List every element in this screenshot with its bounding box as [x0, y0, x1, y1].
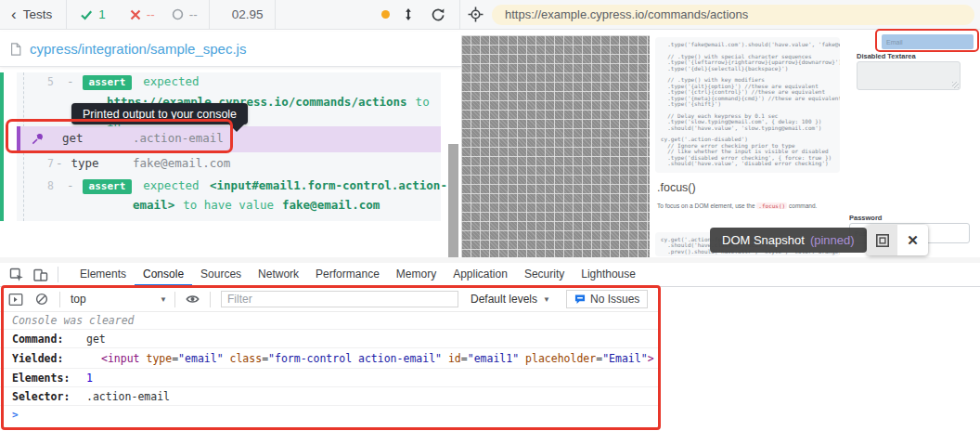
devtools-panel: ElementsConsoleSourcesNetworkPerformance… [0, 263, 980, 444]
refresh-icon[interactable] [431, 7, 445, 22]
console-message-cleared: Console was cleared [0, 312, 661, 330]
device-toolbar-icon[interactable] [32, 268, 48, 282]
devtools-tab[interactable]: Application [445, 263, 516, 287]
assert-badge: assert [83, 75, 133, 90]
no-issues-button[interactable]: No Issues [566, 290, 648, 308]
divider [59, 292, 60, 307]
tooltip-text: Printed output to your console [83, 108, 237, 121]
back-to-tests-label: Tests [23, 7, 53, 21]
passed-count: 1 [80, 7, 106, 21]
reporter-panel: cypress/integration/sample_spec.js 5 -as… [0, 30, 461, 263]
command-value: get [86, 333, 106, 346]
log-levels-dropdown[interactable]: Default levels ▼ [471, 293, 550, 306]
cypress-runner-window: ‹ Tests 1 -- -- 02.95 https://example.cy… [0, 0, 980, 444]
html-token: "email" [178, 352, 229, 365]
no-issues-label: No Issues [590, 293, 639, 306]
file-icon [9, 42, 22, 57]
console-toolbar: top ▼ Default levels ▼ No Issues [0, 287, 661, 312]
app-page: .type('fake@email.com').should('have.val… [650, 30, 980, 257]
disabled-textarea[interactable] [857, 61, 961, 90]
assert-text: to [416, 95, 430, 109]
x-icon [130, 9, 141, 20]
spec-file-header[interactable]: cypress/integration/sample_spec.js [0, 32, 461, 67]
html-token: id [448, 352, 461, 365]
javascript-context-dropdown[interactable]: top ▼ [71, 293, 174, 306]
clear-console-icon[interactable] [35, 293, 48, 306]
test-duration: 02.95 [221, 7, 275, 21]
hook-dash: - [67, 178, 74, 192]
divider [275, 0, 276, 29]
dom-snapshot-badge: DOM Snapshot (pinned) [710, 228, 867, 253]
issues-icon [574, 294, 586, 305]
assert-text: expected [143, 74, 199, 88]
console-output-tooltip: Printed output to your console [71, 103, 248, 124]
failed-value: -- [147, 7, 155, 21]
spec-file-path: cypress/integration/sample_spec.js [30, 41, 246, 57]
focus-section-heading[interactable]: .focus() [657, 181, 696, 194]
devtools-tab[interactable]: Sources [192, 263, 250, 287]
command-row-assert-8[interactable]: 8 -assertexpected <input#email1.form-con… [4, 178, 441, 219]
resize-vertical-icon[interactable] [402, 7, 415, 21]
console-prompt[interactable]: > [0, 406, 661, 426]
assert-badge: assert [83, 179, 133, 194]
assert-subject: email> [133, 198, 174, 212]
command-row-type[interactable]: 7 -type fake@email.com [4, 156, 441, 176]
devtools-tab[interactable]: Memory [388, 263, 445, 287]
email-placeholder-text: Email [886, 39, 903, 46]
console-message-yielded[interactable]: Yielded: <input type="email" class="form… [0, 348, 661, 369]
hook-dash: - [56, 156, 63, 170]
devtools-tab[interactable]: Lighthouse [573, 263, 644, 287]
snapshot-highlight-toggle-button[interactable] [867, 225, 897, 255]
prompt-chevron-icon: > [12, 409, 19, 421]
hook-dash: - [67, 74, 74, 88]
code-line: .type('fake@email.com').should('have.val… [661, 42, 834, 47]
divider [58, 267, 58, 282]
console-message-selector[interactable]: Selector: .action-email [0, 387, 661, 406]
focus-text: command. [787, 202, 817, 209]
elements-label: Elements: [12, 372, 86, 385]
devtools-tab[interactable]: Elements [71, 263, 135, 287]
circle-icon [172, 8, 184, 20]
html-token: class [230, 352, 263, 365]
back-to-tests-button[interactable]: ‹ Tests [0, 7, 66, 22]
html-token: = [461, 352, 468, 365]
yielded-element-html[interactable]: <input type="email" class="form-control … [101, 352, 654, 365]
snapshot-close-button[interactable]: ✕ [897, 225, 928, 255]
html-token: > [648, 352, 654, 365]
inline-code-chip: .focus() [756, 202, 787, 209]
dom-snapshot-label: DOM Snapshot [722, 233, 805, 247]
selector-value: .action-email [86, 390, 170, 403]
line-number: 8 [26, 179, 54, 192]
focus-section-text: To focus on a DOM element, use the .focu… [657, 202, 817, 209]
line-number: 5 [26, 75, 54, 88]
devtools-tab[interactable]: Security [516, 263, 573, 287]
reporter-scrollbar-thumb[interactable] [448, 144, 458, 257]
focus-text: To focus on a DOM element, use the [657, 202, 756, 209]
elements-value: 1 [86, 372, 93, 385]
console-message-elements[interactable]: Elements: 1 [0, 369, 661, 387]
selector-playground-icon[interactable] [468, 7, 484, 22]
pin-icon [31, 132, 45, 146]
assert-subject: <input#email1.form-control.action- [210, 178, 447, 192]
devtools-tab[interactable]: Performance [307, 263, 388, 287]
command-method: type [71, 156, 99, 170]
chevron-left-icon: ‹ [11, 7, 17, 22]
code-line: .should('have.value', 'disabled error ch… [661, 161, 834, 166]
console-sidebar-icon[interactable] [8, 293, 23, 307]
command-args: fake@email.com [133, 156, 230, 170]
console-filter-input[interactable] [221, 291, 458, 307]
close-icon: ✕ [907, 233, 919, 247]
chevron-down-icon: ▼ [543, 295, 550, 304]
live-expression-eye-icon[interactable] [186, 293, 200, 306]
app-url-bar[interactable]: https://example.cypress.io/commands/acti… [492, 5, 974, 25]
divider [209, 0, 210, 29]
inspect-element-icon[interactable] [9, 268, 24, 282]
snapshot-outside-area [461, 35, 650, 257]
console-message-command[interactable]: Command: get [0, 330, 661, 348]
line-number: 7 [26, 157, 54, 170]
action-email-input-highlighted[interactable]: Email [882, 34, 974, 49]
devtools-tab[interactable]: Network [250, 263, 307, 287]
assert-text: expected [143, 178, 199, 192]
viewport-scale-indicator-dot [381, 10, 390, 19]
devtools-tab[interactable]: Console [135, 263, 192, 287]
